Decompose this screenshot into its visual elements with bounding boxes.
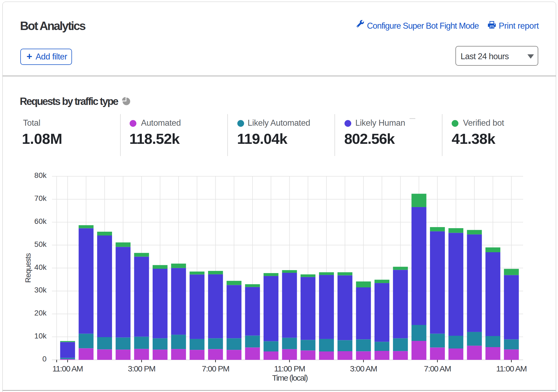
svg-text:3:00 AM: 3:00 AM [350,364,377,373]
svg-text:11:00 AM: 11:00 AM [496,364,527,373]
svg-text:11:00 PM: 11:00 PM [274,364,305,373]
svg-text:3:00 PM: 3:00 PM [128,364,155,373]
svg-text:60k: 60k [34,217,47,225]
svg-text:11:00 AM: 11:00 AM [52,364,83,373]
svg-text:40k: 40k [34,263,47,271]
svg-text:7:00 PM: 7:00 PM [202,364,229,373]
svg-text:7:00 AM: 7:00 AM [424,364,451,373]
svg-text:20k: 20k [34,309,47,317]
svg-text:70k: 70k [34,194,47,202]
svg-text:30k: 30k [34,286,47,294]
svg-text:80k: 80k [34,171,47,180]
svg-text:10k: 10k [34,332,47,340]
svg-text:50k: 50k [34,240,47,248]
svg-text:0: 0 [42,355,47,363]
